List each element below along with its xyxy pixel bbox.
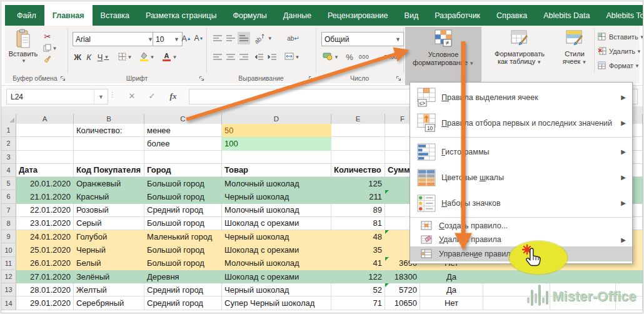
bold-button[interactable]: Ж: [73, 51, 83, 63]
merge-center-button[interactable]: ▼: [283, 51, 301, 63]
cell-A12[interactable]: 27.01.2020: [16, 270, 74, 283]
name-box[interactable]: L24 ▼: [6, 89, 108, 104]
formula-bar-resize-handle[interactable]: ⋮: [109, 91, 116, 99]
menu-item-top-bottom-rules[interactable]: 10Правила отбора первых и последних знач…: [410, 110, 632, 136]
column-header-D[interactable]: D: [222, 114, 331, 124]
cell-B13[interactable]: Желтый: [74, 283, 144, 296]
font-dialog-launcher-icon[interactable]: [199, 75, 205, 81]
cell-B11[interactable]: Белый: [74, 257, 144, 270]
select-all-corner[interactable]: [1, 114, 16, 124]
row-header-9[interactable]: 9: [1, 230, 16, 243]
cell-E8[interactable]: 81: [331, 217, 385, 230]
cell-I12[interactable]: [550, 270, 616, 283]
insert-cells-button[interactable]: Вставить▼: [598, 31, 639, 43]
format-as-table-button[interactable]: Форматировать как таблицу▼: [483, 27, 556, 86]
cell-E1[interactable]: [331, 124, 385, 137]
cell-C7[interactable]: Средний город: [144, 204, 222, 217]
row-header-10[interactable]: 10: [1, 243, 16, 256]
wrap-text-button[interactable]: ab↵: [285, 32, 301, 44]
cell-B10[interactable]: Черный: [74, 243, 144, 256]
ribbon-tab[interactable]: Разработчик: [426, 5, 488, 26]
cell-D1[interactable]: 50: [222, 124, 331, 137]
ribbon-tab[interactable]: Главная: [44, 5, 93, 26]
row-header-14[interactable]: 14: [1, 296, 16, 310]
number-dialog-launcher-icon[interactable]: [396, 75, 402, 81]
menu-item-highlight-cells-rules[interactable]: ≤>Правила выделения ячеек▶: [410, 84, 632, 110]
cell-C10[interactable]: Большой город: [144, 243, 222, 256]
row-header-6[interactable]: 6: [1, 190, 16, 203]
cell-C11[interactable]: Большой город: [144, 257, 222, 270]
cell-D4[interactable]: Товар: [222, 164, 331, 177]
cell-I14[interactable]: [550, 296, 616, 310]
cell-G13[interactable]: Да: [420, 283, 483, 296]
cell-D14[interactable]: Супер Черный шоколад: [222, 296, 331, 310]
cancel-entry-button[interactable]: ✕: [124, 89, 140, 103]
cell-J12[interactable]: [616, 270, 643, 283]
row-header-8[interactable]: 8: [1, 217, 16, 230]
paste-button[interactable]: Вставить ▼: [9, 29, 38, 71]
number-format-combo[interactable]: Общий▼: [321, 32, 404, 46]
alignment-dialog-launcher-icon[interactable]: [308, 75, 314, 81]
cell-E13[interactable]: 52: [331, 283, 385, 296]
cell-D11[interactable]: Молочный шоколад: [222, 257, 331, 270]
ribbon-tab[interactable]: Формулы: [224, 5, 274, 26]
format-painter-button[interactable]: [41, 55, 54, 65]
shrink-font-button[interactable]: А▼: [193, 32, 205, 44]
fill-color-button[interactable]: ▼: [138, 51, 156, 63]
cell-D12[interactable]: Шоколад с орехами: [222, 270, 331, 283]
enter-entry-button[interactable]: ✓: [144, 89, 160, 103]
row-header-3[interactable]: 3: [1, 151, 16, 164]
cell-B12[interactable]: Зелёный: [74, 270, 144, 283]
cell-A3[interactable]: [16, 151, 74, 164]
cell-C8[interactable]: Большой город: [144, 217, 222, 230]
increase-decimal-button[interactable]: ←.0: [375, 51, 389, 63]
row-header-1[interactable]: 1: [1, 124, 16, 137]
cell-E14[interactable]: 71: [331, 296, 385, 310]
cell-H13[interactable]: [483, 283, 550, 296]
cell-A7[interactable]: 22.01.2020: [16, 204, 74, 217]
cell-styles-button[interactable]: Стили ячеек▼: [556, 27, 593, 86]
cell-C14[interactable]: Средний город: [144, 296, 222, 310]
cell-B9[interactable]: Голубой: [74, 230, 144, 243]
cell-C4[interactable]: Город: [144, 164, 222, 177]
cell-J13[interactable]: [616, 283, 643, 296]
column-header-C[interactable]: C: [144, 114, 222, 124]
cell-A9[interactable]: 24.01.2020: [16, 230, 74, 243]
cell-D10[interactable]: Шоколад с орехами: [222, 243, 331, 256]
cell-D13[interactable]: Черный шоколад: [222, 283, 331, 296]
cell-B6[interactable]: Красный: [74, 190, 144, 203]
font-color-button[interactable]: А▼: [160, 51, 179, 63]
copy-button[interactable]: ▼: [41, 43, 59, 53]
font-size-combo[interactable]: 10▼: [153, 32, 183, 46]
cell-A1[interactable]: [16, 124, 74, 137]
clipboard-dialog-launcher-icon[interactable]: [60, 75, 66, 81]
row-header-11[interactable]: 11: [1, 257, 16, 270]
ribbon-tab[interactable]: Справка: [488, 5, 535, 26]
cell-G12[interactable]: Да: [420, 270, 483, 283]
format-cells-button[interactable]: Формат▼: [598, 60, 639, 71]
align-bottom-button[interactable]: [238, 32, 250, 44]
cell-C3[interactable]: [144, 151, 222, 164]
cell-A13[interactable]: 28.01.2020: [16, 283, 74, 296]
row-header-5[interactable]: 5: [1, 177, 16, 190]
cell-B7[interactable]: Розовый: [74, 204, 144, 217]
cell-C1[interactable]: менее: [144, 124, 222, 137]
borders-button[interactable]: ▼: [116, 51, 134, 63]
cell-F14[interactable]: 10650: [385, 296, 420, 310]
cell-E2[interactable]: [331, 137, 385, 150]
cell-E7[interactable]: 89: [331, 204, 385, 217]
ribbon-tab[interactable]: Файл: [9, 5, 44, 26]
ribbon-tab[interactable]: Вставка: [93, 5, 138, 26]
column-header-B[interactable]: B: [74, 114, 144, 124]
menu-item-color-scales[interactable]: Цветовые шкалы▶: [410, 165, 632, 190]
cut-button[interactable]: ✂: [41, 31, 54, 41]
decrease-decimal-button[interactable]: .00→: [389, 51, 403, 63]
column-header-A[interactable]: A: [16, 114, 74, 124]
cell-B4[interactable]: Код Покупателя: [74, 164, 144, 177]
align-right-button[interactable]: [238, 51, 250, 63]
delete-cells-button[interactable]: Удалить▼: [598, 46, 639, 57]
ribbon-tab[interactable]: Данные: [275, 5, 319, 26]
cell-A8[interactable]: 23.01.2020: [16, 217, 74, 230]
menu-item-data-bars[interactable]: Гистограммы▶: [410, 139, 632, 165]
cell-A5[interactable]: 20.01.2020: [16, 177, 74, 190]
